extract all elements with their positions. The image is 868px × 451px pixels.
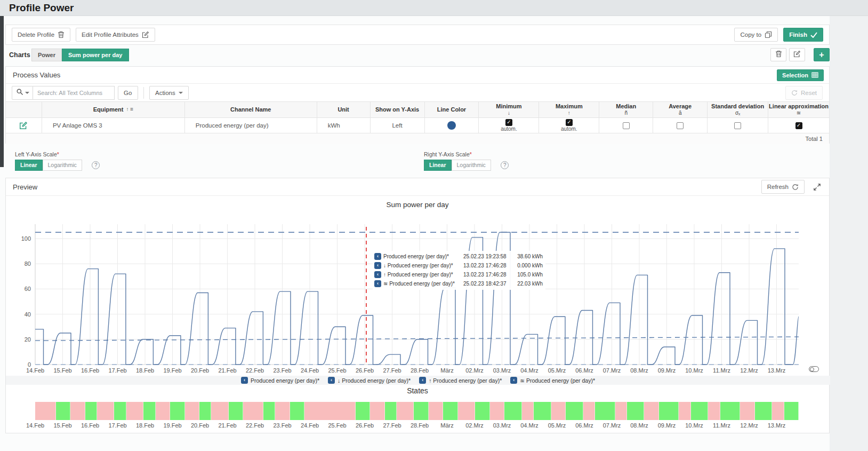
series-toggle-icon[interactable] (809, 366, 819, 372)
add-chart-button[interactable]: + (814, 48, 830, 61)
x-axis-label: 04.Mrz (520, 367, 539, 374)
finish-button[interactable]: Finish (783, 28, 823, 42)
trend-line (35, 337, 799, 341)
copy-icon (765, 31, 772, 38)
right-scale-linear-option[interactable]: Linear (424, 160, 452, 171)
x-axis-label: 09.Mrz (658, 367, 676, 374)
median-checkbox[interactable] (623, 122, 630, 129)
standard-deviation-checkbox[interactable] (734, 122, 741, 129)
refresh-label: Refresh (767, 184, 789, 190)
state-segment (414, 402, 428, 420)
preview-chart[interactable]: 02040608010014.Feb15.Feb16.Feb17.Feb18.F… (6, 208, 830, 375)
col-equipment[interactable]: Equipment↑ ≡ (42, 102, 185, 117)
edit-icon (142, 31, 149, 38)
col-edit (6, 102, 42, 117)
tab-sum-power-per-day[interactable]: Sum power per day (62, 49, 128, 61)
state-segment (263, 402, 275, 420)
table-total: Total 1 (806, 136, 823, 142)
search-input[interactable] (33, 86, 115, 100)
state-segment (114, 402, 126, 420)
left-y-axis-scale-label: Left Y-Axis Scale (15, 151, 57, 157)
col-average[interactable]: Averageā (653, 102, 708, 117)
col-channel-name[interactable]: Channel Name (185, 102, 317, 117)
cell-show-on-y-axis: Left (371, 118, 425, 133)
x-axis-label: 18.Feb (136, 367, 154, 374)
row-edit-icon[interactable] (19, 121, 28, 130)
go-label: Go (124, 90, 132, 96)
tooltip-datetime: 25.02.23 19:23:58 (463, 254, 512, 259)
state-segment (290, 402, 304, 420)
x-axis-label: 15.Feb (53, 367, 71, 374)
states-date-label: 03.Mrz (493, 422, 511, 429)
right-scale-logarithmic-option[interactable]: Logarithmic (452, 160, 491, 171)
series-badge-icon: ‹ (241, 377, 248, 384)
states-date-label: 08.Mrz (630, 422, 648, 429)
state-segment (397, 402, 414, 420)
minimum-autom-label: autom. (501, 126, 517, 132)
x-axis-label: 20.Feb (191, 367, 209, 374)
refresh-button[interactable]: Refresh (761, 180, 805, 194)
states-date-label: 22.Feb (246, 422, 264, 429)
edit-chart-button[interactable] (789, 48, 805, 61)
line-color-dot[interactable] (447, 121, 456, 130)
copy-to-button[interactable]: Copy to (734, 28, 778, 42)
series-badge-icon: ‹ (374, 271, 381, 278)
expand-icon[interactable] (810, 180, 824, 194)
help-icon[interactable]: ? (501, 161, 509, 169)
legend-item[interactable]: ‹≊ Produced energy (per day)* (510, 377, 595, 384)
states-date-label: 02.Mrz (465, 422, 484, 429)
series-badge-icon: ‹ (374, 262, 381, 269)
search-column-selector[interactable] (12, 86, 33, 100)
col-standard-deviation[interactable]: Standard deviationσₓ (708, 102, 768, 117)
tab-power[interactable]: Power (31, 49, 62, 61)
series-badge-icon: ‹ (328, 377, 335, 384)
average-checkbox[interactable] (677, 122, 684, 129)
sort-asc-icon[interactable]: ↑ ≡ (126, 107, 133, 113)
state-segment (784, 402, 799, 420)
legend-item[interactable]: ‹↑ Produced energy (per day)* (419, 377, 502, 384)
x-axis-label: 21.Feb (218, 367, 236, 374)
maximum-checkbox[interactable] (566, 119, 573, 126)
state-segment (56, 402, 70, 420)
x-axis-label: 22.Feb (246, 367, 264, 374)
trash-icon (775, 50, 782, 59)
col-linear-approximation[interactable]: Linear approximation≊ (768, 102, 829, 117)
delete-profile-button[interactable]: Delete Profile (12, 28, 70, 42)
x-axis-label: 07.Mrz (603, 367, 621, 374)
selection-button[interactable]: Selection (777, 69, 824, 81)
delete-chart-button[interactable] (770, 48, 786, 61)
legend-label: ≊ Produced energy (per day)* (520, 377, 595, 384)
col-median[interactable]: Medianñ (599, 102, 653, 117)
actions-button[interactable]: Actions (149, 86, 189, 100)
col-line-color[interactable]: Line Color (425, 102, 479, 117)
col-unit[interactable]: Unit (317, 102, 371, 117)
states-date-label: 24.Feb (301, 422, 319, 429)
col-minimum[interactable]: Minimum↓ (479, 102, 539, 117)
state-segment (85, 402, 97, 420)
left-scale-logarithmic-option[interactable]: Logarithmic (43, 160, 82, 171)
table-row: PV Anlage OMS 3 Produced energy (per day… (6, 117, 829, 133)
state-segment (458, 402, 476, 420)
col-maximum[interactable]: Maximum↑ (539, 102, 599, 117)
legend-item[interactable]: ‹Produced energy (per day)* (241, 377, 319, 384)
edit-profile-attributes-button[interactable]: Edit Profile Attributes (76, 28, 155, 42)
reset-button[interactable]: Reset (785, 86, 823, 100)
charts-bar: Charts Power Sum power per day + (5, 48, 830, 62)
help-icon[interactable]: ? (92, 161, 100, 169)
tooltip-value: 0.000 kWh (512, 263, 543, 268)
left-scale-linear-option[interactable]: Linear (15, 160, 43, 171)
preview-title: Preview (13, 183, 37, 191)
x-axis-label: 23.Feb (273, 367, 291, 374)
x-axis-label: 02.Mrz (465, 367, 484, 374)
x-axis-label: 06.Mrz (575, 367, 593, 374)
legend-item[interactable]: ‹↓ Produced energy (per day)* (328, 377, 411, 384)
col-show-on-y-axis[interactable]: Show on Y-Axis (371, 102, 425, 117)
go-button[interactable]: Go (118, 86, 138, 100)
tooltip-row: ‹↓ Produced energy (per day)*13.02.23 17… (374, 261, 543, 270)
axis-scale-row: Left Y-Axis Scale* Linear Logarithmic ? … (5, 150, 830, 172)
x-axis-label: 26.Feb (356, 367, 374, 374)
x-axis-label: 24.Feb (301, 367, 319, 374)
linear-approximation-checkbox[interactable] (795, 122, 802, 129)
state-segment (229, 402, 243, 420)
minimum-checkbox[interactable] (505, 119, 512, 126)
